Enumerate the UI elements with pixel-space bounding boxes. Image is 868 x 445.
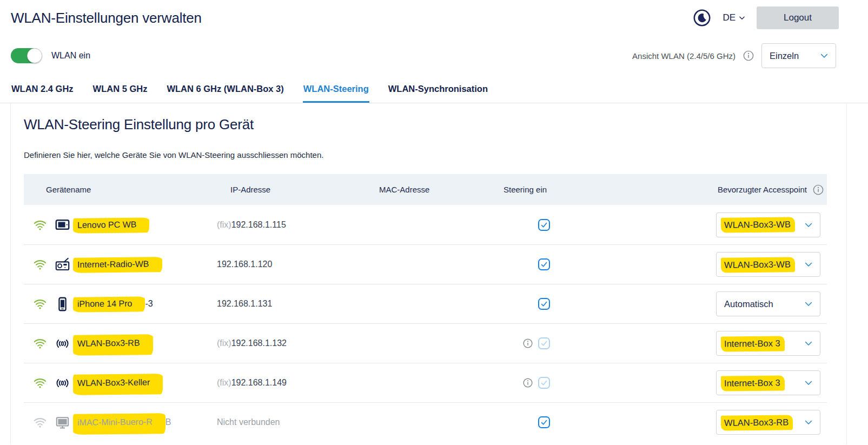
chevron-down-icon [803,338,814,349]
tab-wlan-steering[interactable]: WLAN-Steering [303,84,369,103]
ip-fix-prefix: (fix) [217,338,231,348]
accesspoint-select[interactable]: WLAN-Box3-WB [716,252,820,277]
ip-address: Nicht verbunden [217,417,280,427]
info-icon[interactable] [743,50,754,62]
table-row: WLAN-Box3-RB (fix)192.168.1.132 Inter [24,323,827,363]
steering-cell [503,416,639,429]
table-row: iMAC-Mini-Buero-RB Nicht verbunden WL [24,402,827,442]
tab-wlan-2-4-ghz[interactable]: WLAN 2.4 GHz [11,84,74,103]
tab-wlan-6-ghz-wlan-box-3[interactable]: WLAN 6 GHz (WLAN-Box 3) [166,84,284,103]
tab-wlan-5-ghz[interactable]: WLAN 5 GHz [92,84,148,103]
smartphone-icon [55,297,70,311]
ip-address-cell: (fix)192.168.1.149 [217,378,379,388]
info-icon[interactable] [522,338,533,349]
logout-button[interactable]: Logout [757,6,839,29]
column-header-ip: IP-Adresse [217,185,379,194]
info-icon[interactable] [812,184,824,196]
accesspoint-cell: Internet-Box 3 [639,370,827,395]
view-select[interactable]: Einzeln [761,43,836,68]
info-icon[interactable] [522,377,533,388]
steering-table: Gerätename IP-Adresse MAC-Adresse Steeri… [24,174,827,442]
monitor-icon [55,415,70,430]
steering-checkbox[interactable] [538,376,551,389]
highlight-marker: WLAN-Box3-RB [73,334,153,356]
accesspoint-select[interactable]: Internet-Box 3 [716,331,820,356]
accesspoint-value: Internet-Box 3 [721,375,785,391]
column-header-device: Gerätename [24,185,217,194]
ip-address-cell: (fix)192.168.1.115 [217,220,379,230]
titlebar-actions: DE Logout [692,6,839,29]
table-body: Lenovo PC WB (fix)192.168.1.115 WLAN- [24,205,827,442]
device-cell: Lenovo PC WB [24,217,217,232]
ip-address-cell: Nicht verbunden [217,417,379,427]
steering-cell [503,337,639,350]
wifi-signal-icon [33,257,47,271]
steering-cell [503,297,639,310]
accesspoint-cell: WLAN-Box3-RB [639,410,827,435]
accesspoint-cell: Automatisch [639,291,827,316]
table-row: Internet-Radio-WB 192.168.1.120 WLAN- [24,244,827,284]
view-group: Ansicht WLAN (2.4/5/6 GHz) Einzeln [632,43,836,68]
language-selector[interactable]: DE [723,12,746,23]
tab-bar: WLAN 2.4 GHzWLAN 5 GHzWLAN 6 GHz (WLAN-B… [0,84,868,103]
accesspoint-cell: Internet-Box 3 [639,331,827,356]
chevron-down-icon [803,298,814,309]
ip-address-cell: 192.168.1.120 [217,260,379,269]
ip-address: 192.168.1.115 [231,220,286,229]
steering-checkbox[interactable] [538,258,551,271]
content-card: WLAN-Steering Einstellung pro Gerät Defi… [10,103,847,444]
wifi-signal-icon [33,336,47,350]
wlan-toggle-group: WLAN ein [11,48,90,63]
dark-mode-moon-icon[interactable] [692,8,712,28]
chevron-down-icon [803,259,814,270]
accesspoint-icon [55,376,70,390]
ip-address: 192.168.1.131 [217,299,272,308]
accesspoint-select[interactable]: WLAN-Box3-WB [716,212,820,237]
chevron-down-icon [803,377,814,388]
accesspoint-select[interactable]: Automatisch [716,291,820,316]
ip-fix-prefix: (fix) [217,220,231,229]
steering-checkbox[interactable] [538,297,551,310]
wifi-signal-icon [33,415,47,429]
accesspoint-select[interactable]: Internet-Box 3 [716,370,820,395]
wlan-on-toggle[interactable] [11,48,42,63]
wlan-toggle-label: WLAN ein [51,51,90,61]
accesspoint-cell: WLAN-Box3-WB [639,252,827,277]
accesspoint-select[interactable]: WLAN-Box3-RB [716,410,820,435]
highlight-marker: WLAN-Box3-Keller [73,374,163,395]
column-header-accesspoint: Bevorzugter Accesspoint [639,184,827,196]
highlight-marker: Lenovo PC WB [73,217,150,233]
steering-checkbox[interactable] [538,218,551,231]
device-cell: WLAN-Box3-Keller [24,376,217,390]
chevron-down-icon [803,417,814,428]
device-cell: iPhone 14 Pro-3 [24,297,217,311]
view-select-value: Einzeln [770,51,819,61]
ip-fix-prefix: (fix) [217,378,231,387]
column-header-mac: MAC-Adresse [379,185,503,194]
steering-checkbox[interactable] [538,337,551,350]
chevron-down-icon [819,50,830,61]
steering-checkbox[interactable] [538,416,551,429]
ip-address: 192.168.1.120 [217,260,272,269]
device-cell: iMAC-Mini-Buero-RB [24,415,217,430]
ip-address-cell: 192.168.1.131 [217,299,379,309]
section-description: Definieren Sie hier, welche Geräte Sie v… [24,150,846,160]
table-row: iPhone 14 Pro-3 192.168.1.131 Automat [24,284,827,323]
steering-cell [503,258,639,271]
toggle-knob [27,48,42,63]
device-name: WLAN-Box3-Keller [77,378,163,388]
accesspoint-value: WLAN-Box3-WB [721,217,795,233]
ip-address-cell: (fix)192.168.1.132 [217,338,379,348]
tab-wlan-synchronisation[interactable]: WLAN-Synchronisation [388,84,488,103]
wifi-signal-icon [33,218,47,232]
table-row: Lenovo PC WB (fix)192.168.1.115 WLAN- [24,205,827,244]
wifi-signal-icon [33,376,47,390]
steering-cell [503,376,639,389]
highlight-marker: Internet-Radio-WB [73,257,162,273]
accesspoint-value: Automatisch [724,299,773,309]
highlight-marker: iPhone 14 Pro [73,296,145,312]
accesspoint-value: Internet-Box 3 [721,336,785,351]
steering-cell [503,218,639,231]
accesspoint-icon [55,336,70,351]
column-header-steering: Steering ein [503,185,639,194]
